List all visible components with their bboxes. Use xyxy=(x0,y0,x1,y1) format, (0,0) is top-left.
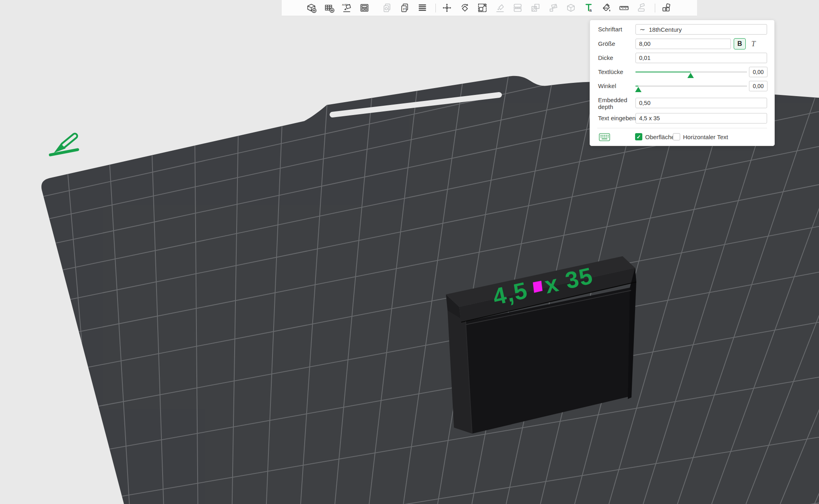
assembly-icon xyxy=(636,2,647,13)
toolbar-copy-button[interactable] xyxy=(381,2,393,14)
support-paint-icon xyxy=(530,2,541,13)
toolbar-add-object-button[interactable] xyxy=(305,2,317,14)
text-gap-label: Textlücke xyxy=(598,67,623,77)
text-entry-label: Text eingeben xyxy=(598,113,635,123)
toolbar-rotate-button[interactable] xyxy=(458,2,470,14)
toolbar-cut-button[interactable] xyxy=(512,2,524,14)
measure-icon xyxy=(619,2,629,13)
text-gap-slider-fill xyxy=(635,72,691,72)
toolbar-add-plate-button[interactable] xyxy=(323,2,335,14)
application-window: Bambu Textured PEI P 4,5 x 35 xyxy=(0,0,819,504)
toolbar-auto-orient-button[interactable]: AUTO xyxy=(340,2,353,14)
horizontal-text-checkbox-row[interactable]: Horizontaler Text xyxy=(673,133,728,140)
toolbar-color-paint-button[interactable] xyxy=(600,2,612,14)
svg-text:a: a xyxy=(589,8,592,12)
main-toolbar: AUTOPa xyxy=(282,0,697,16)
layers-icon xyxy=(417,2,428,13)
keyboard-button[interactable] xyxy=(599,133,610,142)
toolbar-scale-button[interactable] xyxy=(476,2,488,14)
text-cursor-cube[interactable] xyxy=(533,281,543,293)
angle-slider-track[interactable] xyxy=(635,86,747,86)
surface-checkbox-label: Oberfläche xyxy=(645,134,675,140)
toolbar-paste-button[interactable]: P xyxy=(398,2,411,14)
toolbar-text-tool-button[interactable]: a xyxy=(582,2,594,14)
arrange-icon xyxy=(359,2,370,13)
toolbar-assembly-button[interactable] xyxy=(635,2,648,14)
text-gizmo-pencil-icon xyxy=(50,136,78,155)
bold-button[interactable]: B xyxy=(734,38,746,49)
toolbar-support-paint-button[interactable] xyxy=(529,2,541,14)
add-plate-icon xyxy=(324,2,334,13)
toolbar-lay-flat-button[interactable] xyxy=(494,2,506,14)
copy-icon xyxy=(382,2,392,13)
surface-checkbox[interactable]: ✓ xyxy=(635,133,642,140)
size-input[interactable] xyxy=(635,39,731,49)
lay-flat-icon xyxy=(495,2,505,13)
toolbar-divider xyxy=(655,4,655,12)
toolbar-mesh-edit-button[interactable] xyxy=(565,2,577,14)
angle-value[interactable] xyxy=(749,81,767,91)
embedded-depth-input[interactable] xyxy=(635,98,767,108)
add-object-icon xyxy=(306,2,317,13)
font-select[interactable]: ∼ 18thCentury xyxy=(635,24,767,35)
paste-icon: P xyxy=(399,2,410,13)
toolbar-seam-paint-button[interactable] xyxy=(547,2,559,14)
font-label: Schriftart xyxy=(598,24,622,35)
surface-checkbox-row[interactable]: ✓ Oberfläche xyxy=(635,133,675,140)
text-gap-slider-handle[interactable] xyxy=(687,73,694,78)
seam-paint-icon xyxy=(548,2,559,13)
text-tool-icon: a xyxy=(583,2,594,13)
auto-orient-icon: AUTO xyxy=(341,2,352,13)
toolbar-move-button[interactable] xyxy=(441,2,453,14)
toolbar-arrange-button[interactable] xyxy=(358,2,370,14)
size-label: Größe xyxy=(598,39,615,49)
keyboard-icon xyxy=(599,133,610,141)
horizontal-text-checkbox[interactable] xyxy=(673,133,680,140)
angle-slider-handle[interactable] xyxy=(635,87,642,92)
thickness-label: Dicke xyxy=(598,53,613,63)
rotate-icon xyxy=(459,2,470,13)
plugin-icon xyxy=(661,2,672,13)
toolbar-layers-button[interactable] xyxy=(416,2,428,14)
svg-text:P: P xyxy=(403,7,405,11)
toolbar-divider xyxy=(435,4,436,12)
move-icon xyxy=(441,2,452,13)
mesh-edit-icon xyxy=(565,2,576,13)
embedded-depth-label: Embedded depth xyxy=(598,97,634,110)
text-gap-value[interactable] xyxy=(749,67,767,77)
scale-icon xyxy=(477,2,488,13)
toolbar-measure-button[interactable] xyxy=(618,2,630,14)
panel-divider xyxy=(597,128,767,128)
font-preview-squiggle: ∼ xyxy=(640,25,645,34)
italic-button[interactable]: T xyxy=(748,38,759,49)
cut-icon xyxy=(512,2,523,13)
thickness-input[interactable] xyxy=(635,53,767,63)
horizontal-text-checkbox-label: Horizontaler Text xyxy=(683,134,728,140)
text-tool-panel: Schriftart ∼ 18thCentury Größe B T Dicke… xyxy=(590,20,775,146)
toolbar-plugin-button[interactable] xyxy=(660,2,672,14)
color-paint-icon xyxy=(601,2,612,13)
angle-slider-fill xyxy=(635,86,638,86)
angle-label: Winkel xyxy=(598,81,616,91)
font-select-value: 18thCentury xyxy=(649,26,682,33)
text-entry-input[interactable] xyxy=(635,113,767,123)
